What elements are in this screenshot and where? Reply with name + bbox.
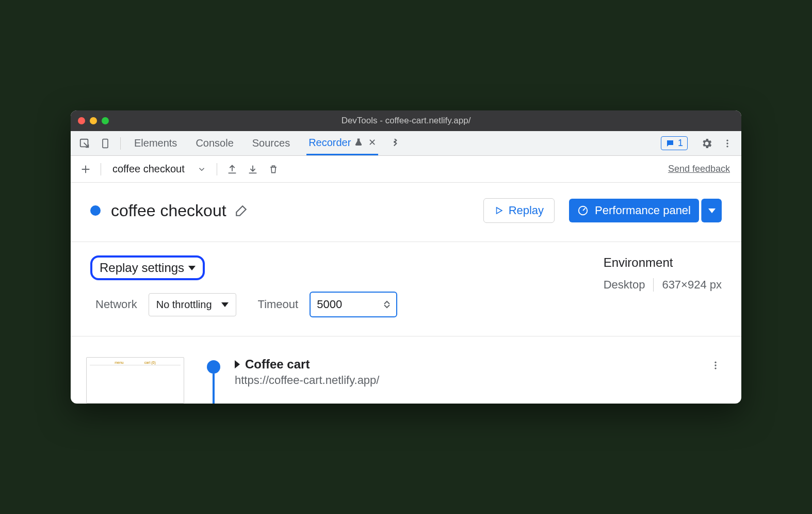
- step-more-menu[interactable]: [710, 360, 721, 371]
- steps-list: menucart (0) Coffee cart https://coffee-…: [71, 336, 741, 404]
- recording-header: coffee checkout Replay Performance panel: [71, 183, 741, 242]
- replay-button[interactable]: Replay: [483, 198, 555, 223]
- flask-icon: [354, 138, 363, 147]
- devtools-tabbar: Elements Console Sources Recorder ✕ 1: [71, 131, 741, 156]
- stepper-down-icon[interactable]: [384, 304, 390, 309]
- network-label: Network: [95, 298, 137, 311]
- settings-controls-row: Network No throttling Timeout 5000: [95, 292, 573, 317]
- step-url: https://coffee-cart.netlify.app/: [235, 374, 703, 387]
- import-icon[interactable]: [244, 160, 262, 178]
- divider: [653, 278, 654, 292]
- environment-dimensions: 637×924 px: [662, 278, 722, 292]
- export-icon[interactable]: [223, 160, 241, 178]
- replay-settings-toggle[interactable]: Replay settings: [90, 255, 205, 280]
- tab-sources[interactable]: Sources: [250, 132, 292, 155]
- svg-point-4: [726, 146, 728, 147]
- environment-info: Environment Desktop 637×924 px: [604, 255, 722, 292]
- network-throttling-select[interactable]: No throttling: [149, 293, 236, 316]
- stepper-up-icon[interactable]: [384, 300, 390, 304]
- recording-status-dot: [90, 205, 101, 216]
- play-icon: [494, 206, 504, 215]
- timeout-value: 5000: [317, 298, 342, 311]
- svg-point-3: [726, 142, 728, 144]
- more-tabs-icon[interactable]: [386, 135, 404, 152]
- traffic-lights: [78, 117, 109, 124]
- tab-recorder-label: Recorder: [308, 137, 351, 149]
- svg-point-2: [726, 139, 728, 141]
- new-recording-button[interactable]: [77, 160, 94, 178]
- close-tab-icon[interactable]: ✕: [368, 137, 376, 148]
- divider: [120, 137, 121, 150]
- performance-panel-dropdown[interactable]: [701, 199, 722, 222]
- issues-button[interactable]: 1: [661, 136, 688, 150]
- performance-panel-label: Performance panel: [595, 204, 691, 217]
- svg-point-7: [714, 364, 716, 366]
- delete-icon[interactable]: [265, 160, 282, 178]
- chevron-down-icon: [188, 266, 196, 270]
- network-throttling-value: No throttling: [156, 299, 212, 311]
- send-feedback-link[interactable]: Send feedback: [668, 164, 730, 174]
- panel-tabs: Elements Console Sources Recorder ✕: [132, 132, 378, 155]
- environment-title: Environment: [604, 255, 722, 270]
- device-toolbar-icon[interactable]: [96, 135, 114, 152]
- expand-step-icon[interactable]: [235, 360, 240, 368]
- tab-recorder[interactable]: Recorder ✕: [306, 132, 378, 155]
- recording-selector-label: coffee checkout: [112, 163, 185, 175]
- kebab-menu-icon[interactable]: [719, 135, 736, 152]
- issues-count: 1: [678, 138, 683, 149]
- devtools-window: DevTools - coffee-cart.netlify.app/ Elem…: [71, 110, 741, 404]
- chevron-down-icon: [221, 302, 229, 307]
- replay-settings-label: Replay settings: [100, 261, 184, 275]
- edit-title-button[interactable]: [235, 204, 248, 217]
- step-row[interactable]: Coffee cart https://coffee-cart.netlify.…: [235, 357, 703, 387]
- timeline-node: [207, 360, 220, 374]
- step-thumbnail: menucart (0): [86, 357, 184, 404]
- performance-panel-group: Performance panel: [562, 199, 722, 222]
- close-window-button[interactable]: [78, 117, 85, 124]
- number-stepper[interactable]: [384, 300, 390, 309]
- gauge-icon: [577, 205, 589, 216]
- settings-icon[interactable]: [698, 135, 716, 152]
- environment-device: Desktop: [604, 278, 645, 292]
- titlebar: DevTools - coffee-cart.netlify.app/: [71, 110, 741, 131]
- tab-elements[interactable]: Elements: [132, 132, 179, 155]
- recorder-toolbar: coffee checkout Send feedback: [71, 156, 741, 183]
- message-icon: [665, 139, 675, 148]
- recording-selector-caret[interactable]: [193, 160, 210, 178]
- divider: [217, 163, 217, 175]
- window-title: DevTools - coffee-cart.netlify.app/: [71, 116, 741, 126]
- divider: [101, 163, 101, 175]
- svg-rect-1: [103, 139, 108, 148]
- svg-point-6: [714, 362, 716, 363]
- timeout-input[interactable]: 5000: [310, 292, 397, 317]
- timeout-label: Timeout: [258, 298, 299, 311]
- replay-settings-section: Replay settings Network No throttling Ti…: [71, 242, 741, 336]
- step-title: Coffee cart: [245, 357, 310, 372]
- inspect-element-icon[interactable]: [76, 135, 93, 152]
- replay-button-label: Replay: [509, 204, 544, 217]
- chevron-down-icon: [708, 208, 716, 213]
- svg-point-8: [714, 367, 716, 369]
- maximize-window-button[interactable]: [102, 117, 109, 124]
- recording-title: coffee checkout: [111, 201, 226, 220]
- performance-panel-button[interactable]: Performance panel: [569, 199, 699, 222]
- tab-console[interactable]: Console: [193, 132, 235, 155]
- minimize-window-button[interactable]: [90, 117, 97, 124]
